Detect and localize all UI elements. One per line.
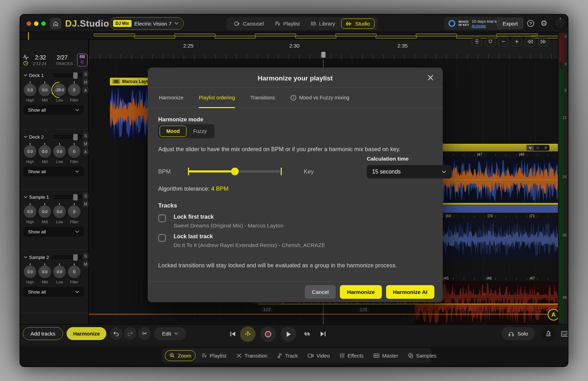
knob-mid[interactable]: 0.0	[38, 205, 51, 218]
record-button[interactable]	[260, 326, 276, 342]
section-header[interactable]: Sample 1	[24, 195, 49, 200]
tab-zoom[interactable]: Zoom	[165, 350, 196, 361]
volume-fader[interactable]	[53, 73, 83, 78]
follow-playhead-button[interactable]	[240, 326, 255, 342]
tab-playlist-ordering[interactable]: Playlist ordering	[199, 87, 235, 108]
project-selector[interactable]: DJ Mix Electric Vision 7	[110, 17, 184, 30]
volume-fader[interactable]	[53, 255, 83, 260]
tab-master[interactable]: Master	[369, 351, 402, 361]
master-volume-knob[interactable]	[554, 17, 567, 30]
knob-mid[interactable]: 0.0	[38, 145, 51, 158]
harmonize-ai-button[interactable]: Harmonize AI	[386, 285, 434, 299]
window-minimize-dot[interactable]	[34, 21, 38, 26]
waves-mode-button[interactable]	[534, 145, 542, 151]
section-header[interactable]: Deck 1	[24, 73, 44, 78]
solo-button-main[interactable]: Solo	[501, 327, 535, 340]
mode-mood-button[interactable]: Mood	[160, 126, 187, 137]
tab-mood-vs-fuzzy[interactable]: Mood vs Fuzzy mixing	[290, 87, 349, 108]
mute-button[interactable]: M	[83, 140, 89, 147]
cancel-button[interactable]: Cancel	[305, 285, 336, 299]
solo-button[interactable]: S	[83, 71, 89, 77]
tempo-value[interactable]: 122	[261, 307, 272, 312]
knob-low[interactable]: 0.0	[53, 205, 66, 218]
knob-low[interactable]: 0.0	[53, 145, 66, 158]
waveform-lane-a[interactable]	[432, 157, 564, 203]
solo-button[interactable]: S	[83, 253, 89, 259]
skip-end-button[interactable]	[316, 327, 330, 340]
fast-forward-button[interactable]	[538, 36, 548, 47]
mode-fuzzy-button[interactable]: Fuzzy	[187, 126, 214, 137]
activate-link[interactable]: Activate	[472, 24, 500, 28]
show-all-dropdown[interactable]: Show all	[23, 227, 84, 237]
tempo-value[interactable]: 125	[358, 307, 369, 312]
zoom-in-button[interactable]	[512, 36, 522, 47]
export-button[interactable]: Export	[497, 17, 524, 29]
calc-time-dropdown[interactable]: 15 seconds	[367, 165, 451, 178]
track-band-olive[interactable]	[432, 144, 564, 151]
knob-high[interactable]: 0.0	[23, 145, 37, 158]
tab-playlist-view[interactable]: Playlist	[197, 351, 231, 361]
play-button[interactable]	[281, 326, 296, 342]
overview-playhead[interactable]	[28, 32, 29, 40]
window-close-dot[interactable]	[27, 21, 31, 26]
tab-harmonize[interactable]: Harmonize	[159, 87, 183, 108]
solo-button[interactable]: S	[83, 132, 89, 139]
knob-high[interactable]: 0.0	[23, 265, 37, 278]
waveform-mode-button[interactable]	[526, 145, 534, 151]
tab-effects[interactable]: Effects	[335, 351, 368, 361]
show-all-dropdown[interactable]: Show all	[23, 287, 84, 297]
knob-mid[interactable]: 0.0	[38, 83, 51, 97]
tab-transition[interactable]: Transition	[232, 351, 272, 361]
nav-playlist[interactable]: Playlist	[270, 19, 304, 28]
harmonize-toolbar-button[interactable]: Harmonize	[66, 327, 106, 340]
knob-filter[interactable]: 0	[68, 205, 81, 218]
nav-studio[interactable]: Studio	[341, 19, 374, 29]
knob-high[interactable]: 0.0	[23, 205, 37, 218]
edit-menu-button[interactable]: Edit	[154, 327, 186, 340]
auto-button[interactable]: A	[83, 148, 89, 155]
home-button[interactable]	[50, 18, 61, 29]
loop-button[interactable]	[300, 327, 314, 340]
solo-button[interactable]: S	[83, 192, 89, 199]
mute-button[interactable]: M	[83, 79, 89, 85]
undo-button[interactable]	[110, 327, 122, 340]
auto-button[interactable]: A	[83, 87, 89, 93]
tempo-automation-line[interactable]	[89, 314, 564, 315]
mixed-in-key-panel[interactable]: MIXEDIN KEY 10 days trial left Activate	[444, 17, 503, 30]
knob-low[interactable]: -28.0	[53, 83, 66, 97]
window-zoom-dot[interactable]	[41, 21, 46, 26]
knob-filter[interactable]: 0	[68, 83, 81, 97]
metronome-button[interactable]	[541, 326, 556, 341]
mute-button[interactable]: M	[83, 261, 89, 267]
current-key-badge[interactable]: 8B C	[77, 54, 88, 66]
show-all-dropdown[interactable]: Show all	[23, 105, 84, 115]
add-tracks-button[interactable]: Add tracks	[23, 327, 63, 340]
skip-start-button[interactable]	[226, 327, 239, 340]
help-button[interactable]: ?	[525, 18, 536, 29]
tab-transitions[interactable]: Transitions	[250, 87, 275, 108]
knob-high[interactable]: 0.0	[23, 83, 37, 97]
rewind-button[interactable]	[525, 36, 535, 47]
shortcuts-button[interactable]	[558, 327, 568, 340]
arrange-button[interactable]	[472, 36, 482, 47]
tab-track[interactable]: Track	[273, 351, 302, 361]
harmonize-button[interactable]: Harmonize	[340, 285, 382, 299]
cut-button[interactable]: ✂	[138, 327, 151, 340]
list-mode-button[interactable]	[542, 145, 550, 151]
redo-button[interactable]	[124, 327, 136, 340]
nav-library[interactable]: Library	[306, 19, 340, 28]
volume-fader[interactable]	[53, 195, 83, 199]
zoom-out-button[interactable]	[498, 36, 509, 47]
knob-low[interactable]: 0.0	[53, 265, 66, 278]
tab-video[interactable]: Video	[303, 351, 334, 361]
snap-button[interactable]	[485, 36, 495, 47]
knob-mid[interactable]: 0.0	[38, 265, 51, 278]
volume-fader[interactable]	[53, 135, 83, 139]
lock-last-checkbox[interactable]	[158, 234, 166, 242]
section-header[interactable]: Sample 2	[24, 255, 49, 260]
mute-button[interactable]: M	[83, 200, 89, 207]
bpm-key-slider[interactable]	[188, 168, 282, 175]
knob-filter[interactable]: 0	[68, 265, 81, 278]
nav-carousel[interactable]: Carousel	[230, 19, 268, 28]
show-all-dropdown[interactable]: Show all	[23, 167, 84, 176]
